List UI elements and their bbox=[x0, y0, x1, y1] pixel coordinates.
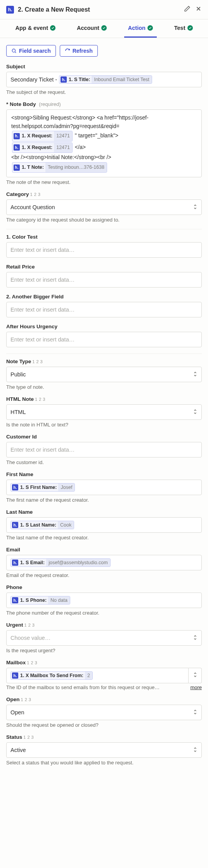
button-label: Refresh bbox=[73, 48, 93, 54]
note-body-input[interactable]: <strong>Sibling Request:</strong> <a hre… bbox=[6, 109, 202, 177]
field-help: The customer id. bbox=[6, 459, 202, 465]
tab-label: Account bbox=[77, 25, 99, 31]
data-pill[interactable]: h.1. X Request:12471 bbox=[12, 142, 73, 153]
chevron-updown-icon bbox=[193, 747, 198, 754]
field-phone: Phone h.1. S Phone:No data The phone num… bbox=[6, 584, 202, 616]
field-help: Is the request urgent? bbox=[6, 648, 202, 653]
pill-value: 2 bbox=[85, 672, 92, 679]
field-label: Phone bbox=[6, 584, 202, 590]
pill-key: 1. S First Name: bbox=[18, 483, 58, 491]
field-status: Status1 2 3 Active Select a status that … bbox=[6, 734, 202, 766]
field-subject: Subject Secondary Ticket - h.1. S Title:… bbox=[6, 64, 202, 95]
app-icon: h. bbox=[6, 6, 14, 14]
pill-icon: h. bbox=[14, 133, 20, 139]
more-link[interactable]: more bbox=[190, 684, 202, 690]
placeholder-text: Enter text or insert data… bbox=[10, 307, 75, 313]
tab-action[interactable]: Action bbox=[124, 19, 157, 38]
select-value: Open bbox=[10, 709, 24, 716]
field-category: Category1 2 3 Account Question The categ… bbox=[6, 191, 202, 223]
field-customer-id: Customer Id Enter text or insert data… T… bbox=[6, 434, 202, 465]
field-html-note: HTML Note1 2 3 HTML Is the note in HTML … bbox=[6, 396, 202, 428]
mailbox-dropdown-button[interactable] bbox=[189, 668, 202, 683]
field-note-type: Note Type1 2 3 Public The type of note. bbox=[6, 359, 202, 390]
customer-id-input[interactable]: Enter text or insert data… bbox=[6, 442, 202, 457]
data-pill[interactable]: h.1. S Phone:No data bbox=[10, 596, 70, 605]
button-label: Field search bbox=[19, 48, 51, 54]
close-icon[interactable] bbox=[195, 5, 202, 14]
chevron-updown-icon bbox=[193, 672, 198, 679]
field-label: Status1 2 3 bbox=[6, 734, 202, 740]
data-pill[interactable]: h.1. X Request:12471 bbox=[12, 131, 73, 141]
data-pill[interactable]: h.1. T Note:Testing inboun…376-1638 bbox=[12, 162, 107, 173]
placeholder-text: Choose value… bbox=[10, 635, 50, 641]
refresh-button[interactable]: Refresh bbox=[60, 45, 98, 57]
field-label: Retail Price bbox=[6, 264, 202, 270]
email-input[interactable]: h.1. S Email:josef@assemblystudio.com bbox=[6, 555, 202, 570]
field-help: The note of the new request. bbox=[6, 179, 202, 185]
field-label: 1. Color Test bbox=[6, 234, 202, 240]
tab-label: App & event bbox=[15, 25, 48, 31]
phone-input[interactable]: h.1. S Phone:No data bbox=[6, 593, 202, 608]
open-select[interactable]: Open bbox=[6, 705, 202, 720]
pill-value: Inbound Email Ticket Test bbox=[92, 76, 151, 83]
panel-title: 2. Create a New Request bbox=[18, 6, 184, 13]
field-help: The subject of the request. bbox=[6, 89, 202, 95]
select-value: Account Question bbox=[10, 204, 55, 210]
field-label: HTML Note1 2 3 bbox=[6, 396, 202, 402]
select-value: Public bbox=[10, 371, 26, 378]
check-icon bbox=[101, 25, 107, 31]
chevron-updown-icon bbox=[193, 634, 198, 642]
pill-icon: h. bbox=[12, 672, 18, 679]
text-fragment: " target="_blank"> bbox=[75, 133, 118, 139]
bigger-field-input[interactable]: Enter text or insert data… bbox=[6, 302, 202, 317]
field-label: Mailbox1 2 3 bbox=[6, 660, 202, 665]
pill-value: Testing inboun…376-1638 bbox=[45, 163, 107, 172]
text-fragment: </a> bbox=[75, 144, 86, 150]
field-help: The phone number of the request creator. bbox=[6, 610, 202, 616]
tab-account[interactable]: Account bbox=[73, 19, 111, 38]
field-mailbox: Mailbox1 2 3 h.1. X Mailbox To Send From… bbox=[6, 660, 202, 690]
text-fragment: <strong>Sibling Request:</strong> <a hre… bbox=[11, 114, 149, 129]
data-pill[interactable]: h.1. S Email:josef@assemblystudio.com bbox=[10, 558, 111, 567]
field-help: The type of note. bbox=[6, 384, 202, 390]
tab-bar: App & event Account Action Test bbox=[0, 19, 208, 38]
last-name-input[interactable]: h.1. S Last Name:Cook bbox=[6, 517, 202, 533]
data-pill[interactable]: h.1. S Title:Inbound Email Ticket Test bbox=[59, 75, 152, 84]
check-icon bbox=[50, 25, 55, 31]
note-type-select[interactable]: Public bbox=[6, 367, 202, 382]
chevron-updown-icon bbox=[193, 371, 198, 378]
chevron-updown-icon bbox=[193, 409, 198, 416]
field-help: Is the note in HTML or text? bbox=[6, 422, 202, 428]
tab-app-event[interactable]: App & event bbox=[11, 19, 59, 38]
html-note-select[interactable]: HTML bbox=[6, 404, 202, 420]
placeholder-text: Enter text or insert data… bbox=[10, 247, 75, 253]
panel-header: h. 2. Create a New Request bbox=[0, 0, 208, 19]
check-icon bbox=[147, 25, 153, 31]
toolbar: Field search Refresh bbox=[0, 38, 208, 61]
mailbox-input[interactable]: h.1. X Mailbox To Send From:2 bbox=[6, 668, 189, 683]
subject-input[interactable]: Secondary Ticket - h.1. S Title:Inbound … bbox=[6, 72, 202, 87]
urgent-select[interactable]: Choose value… bbox=[6, 630, 202, 646]
data-pill[interactable]: h.1. X Mailbox To Send From:2 bbox=[10, 671, 93, 680]
first-name-input[interactable]: h.1. S First Name:Josef bbox=[6, 480, 202, 495]
after-hours-input[interactable]: Enter text or insert data… bbox=[6, 332, 202, 347]
form: Subject Secondary Ticket - h.1. S Title:… bbox=[0, 61, 208, 781]
color-test-input[interactable]: Enter text or insert data… bbox=[6, 242, 202, 258]
tab-label: Action bbox=[128, 25, 146, 31]
pill-value: josef@assemblystudio.com bbox=[46, 559, 110, 567]
edit-icon[interactable] bbox=[184, 5, 191, 14]
field-help: Email of the request creator. bbox=[6, 572, 202, 578]
field-label: Email bbox=[6, 547, 202, 553]
pill-icon: h. bbox=[14, 165, 20, 171]
pill-key: 1. X Request: bbox=[20, 143, 54, 152]
pill-icon: h. bbox=[61, 76, 67, 83]
data-pill[interactable]: h.1. S Last Name:Cook bbox=[10, 521, 74, 529]
retail-price-input[interactable]: Enter text or insert data… bbox=[6, 272, 202, 288]
field-urgent: Urgent1 2 3 Choose value… Is the request… bbox=[6, 622, 202, 653]
data-pill[interactable]: h.1. S First Name:Josef bbox=[10, 483, 75, 492]
field-search-button[interactable]: Field search bbox=[6, 45, 56, 57]
category-select[interactable]: Account Question bbox=[6, 199, 202, 215]
status-select[interactable]: Active bbox=[6, 742, 202, 758]
pill-value: 12471 bbox=[54, 131, 72, 141]
tab-test[interactable]: Test bbox=[170, 19, 197, 38]
